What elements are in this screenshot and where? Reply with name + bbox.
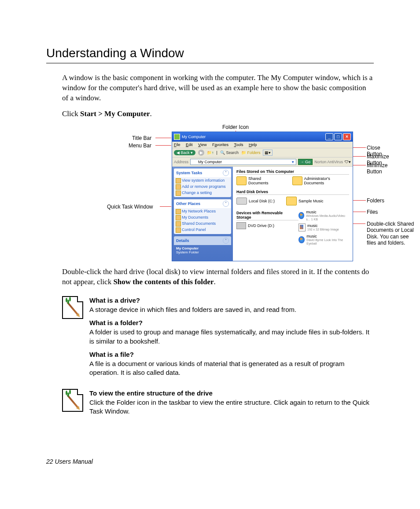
- label-files: Files: [367, 209, 378, 215]
- side-panel: System Tasks˄ View system information Ad…: [172, 167, 233, 261]
- label-titlebar: Title Bar: [132, 135, 151, 141]
- media-icon: [298, 212, 304, 219]
- folder-sample-music[interactable]: Sample Music: [286, 197, 324, 205]
- label-doubleclick: Double-click Shared Documents or Local D…: [367, 221, 415, 246]
- window-icon: [174, 134, 180, 140]
- folder-icon: [236, 176, 247, 185]
- xp-window: My Computer _ □ × File Edit View Favorit…: [172, 132, 353, 261]
- note-icon: [62, 389, 83, 412]
- a-folder: A folder is used to group and manage fil…: [89, 328, 374, 346]
- a-drive: A storage device in which files and fold…: [89, 305, 374, 314]
- link-network-places[interactable]: My Network Places: [174, 208, 231, 214]
- go-button[interactable]: → Go: [298, 159, 313, 165]
- search-button[interactable]: 🔍 Search: [220, 150, 239, 155]
- views-button[interactable]: ▦▾: [263, 150, 273, 156]
- a-file: A file is a document or various kinds of…: [89, 359, 374, 377]
- drive-dvd[interactable]: DVD Drive (D:): [236, 222, 274, 229]
- chevron-icon: ˄: [223, 170, 229, 176]
- folder-icon: [292, 176, 302, 185]
- chevron-icon: ˄: [223, 201, 229, 207]
- menu-edit[interactable]: Edit: [186, 143, 193, 147]
- addressbar: Address My Computer▾ → Go Norton AntiVir…: [172, 157, 353, 167]
- label-folders: Folders: [367, 198, 384, 204]
- drive-local-disk[interactable]: Local Disk (C:): [236, 197, 275, 205]
- maximize-button[interactable]: □: [334, 133, 342, 140]
- close-button[interactable]: ×: [343, 133, 351, 140]
- chevron-icon: ˄: [223, 238, 229, 244]
- toolbar: ◀ Back ▾ ▶ 📁↑ | 🔍 Search 📁 Folders ▦▾: [172, 148, 353, 157]
- norton-label: Norton AntiVirus: [314, 160, 343, 164]
- q-folder: What is a folder?: [89, 319, 374, 327]
- minimize-button[interactable]: _: [325, 133, 333, 140]
- link-control-panel[interactable]: Control Panel: [174, 227, 231, 233]
- disk-icon: [236, 198, 247, 205]
- details-header[interactable]: Details˄: [174, 236, 231, 245]
- window-diagram: Title Bar Menu Bar Quick Task Window Fol…: [37, 126, 374, 267]
- dvd-icon: [236, 222, 246, 229]
- label-min: Minimize Button: [367, 162, 387, 175]
- tip-heading: To view the entire structure of the driv…: [89, 389, 374, 398]
- note-icon: [62, 296, 83, 319]
- file-music-bmp[interactable]: music192 x 32 Bitmap Image: [298, 223, 349, 231]
- system-tasks-header[interactable]: System Tasks˄: [174, 168, 231, 177]
- folder-icon: [286, 197, 297, 205]
- menu-view[interactable]: View: [198, 143, 206, 147]
- titlebar[interactable]: My Computer _ □ ×: [172, 132, 353, 142]
- page-footer: 22 Users Manual: [46, 458, 93, 465]
- folder-shared-documents[interactable]: Shared Documents: [236, 176, 281, 185]
- q-drive: What is a drive?: [89, 296, 374, 305]
- forward-button[interactable]: ▶: [198, 150, 204, 156]
- address-field[interactable]: My Computer▾: [190, 159, 296, 165]
- link-add-remove[interactable]: Add or remove programs: [174, 183, 231, 190]
- file-music-wma[interactable]: musicWindows Media Audio/Video s... 1 KB: [298, 210, 349, 221]
- label-quicktask: Quick Task Window: [107, 204, 153, 210]
- norton-icon[interactable]: 🛡▾: [345, 160, 351, 164]
- intro-text: A window is the basic component in worki…: [62, 73, 374, 103]
- tip-body: Click the Folder icon in the taskbar to …: [89, 398, 374, 416]
- other-places-header[interactable]: Other Places˄: [174, 199, 231, 208]
- window-title: My Computer: [182, 135, 206, 139]
- click-line: Click Start > My Computer.: [62, 110, 374, 118]
- back-button[interactable]: ◀ Back ▾: [174, 150, 195, 155]
- section-removable: Devices with Removable Storage: [236, 211, 298, 220]
- label-foldericon: Folder Icon: [222, 124, 249, 130]
- bitmap-icon: [298, 223, 306, 231]
- label-menubar: Menu Bar: [129, 143, 151, 149]
- folders-button[interactable]: 📁 Folders: [241, 150, 261, 155]
- address-label: Address: [174, 160, 188, 164]
- menu-tools[interactable]: Tools: [234, 143, 243, 147]
- link-shared-documents[interactable]: Shared Documents: [174, 220, 231, 227]
- menu-file[interactable]: File: [174, 143, 181, 147]
- up-button[interactable]: 📁↑: [207, 150, 214, 155]
- definitions-note: What is a drive? A storage device in whi…: [62, 296, 374, 382]
- file-music-audio[interactable]: musicDavid Byrne Look Into The Eyeball: [298, 234, 349, 245]
- media-icon: [298, 236, 305, 243]
- link-view-system-info[interactable]: View system information: [174, 177, 231, 183]
- link-change-setting[interactable]: Change a setting: [174, 190, 231, 196]
- menu-favorites[interactable]: Favorites: [212, 143, 228, 147]
- post-diagram-text: Double-click the hard drive (local disk)…: [62, 267, 374, 287]
- section-hdd: Hard Disk Drives: [236, 190, 349, 195]
- rule: [46, 63, 374, 63]
- page-title: Understanding a Window: [46, 46, 374, 60]
- menubar: File Edit View Favorites Tools Help: [172, 142, 353, 148]
- q-file: What is a file?: [89, 350, 374, 359]
- folder-admin-documents[interactable]: Administrator's Documents: [292, 176, 349, 185]
- content-area: Files Stored on This Computer Shared Doc…: [233, 167, 353, 261]
- section-files-stored: Files Stored on This Computer: [236, 169, 349, 175]
- tip-note: To view the entire structure of the driv…: [62, 389, 374, 421]
- menu-help[interactable]: Help: [249, 143, 257, 147]
- link-my-documents[interactable]: My Documents: [174, 214, 231, 220]
